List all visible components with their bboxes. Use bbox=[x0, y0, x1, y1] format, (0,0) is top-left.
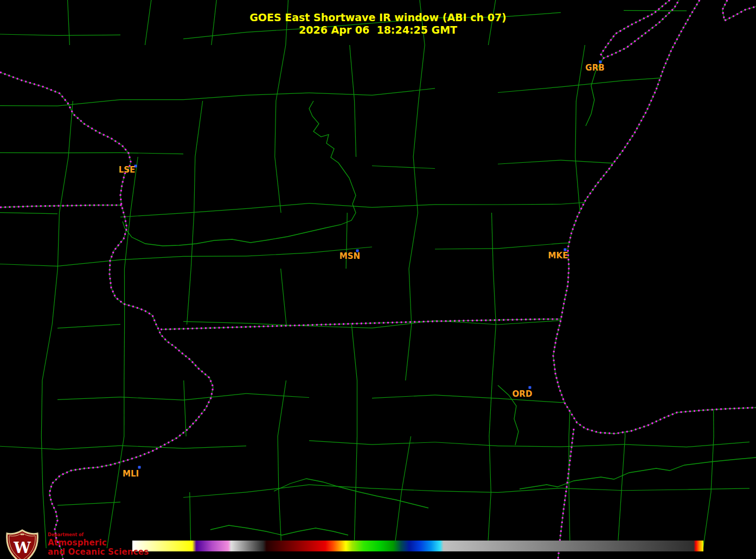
mississippi-river-border-line bbox=[0, 72, 213, 559]
river-rock-river bbox=[274, 479, 428, 508]
logo-line-1: Atmospheric bbox=[48, 539, 149, 547]
station-dot-MLI bbox=[138, 466, 141, 469]
station-label-MSN: MSN bbox=[339, 251, 360, 261]
station-markers: GRBLSEMSNMKEORDMLI bbox=[119, 61, 605, 479]
station-label-ORD: ORD bbox=[512, 389, 533, 399]
satellite-map: GRBLSEMSNMKEORDMLI bbox=[0, 0, 756, 559]
satellite-viewer: GRBLSEMSNMKEORDMLI GOES East Shortwave I… bbox=[0, 0, 756, 559]
aos-logo: W Department of Atmospheric and Oceanic … bbox=[4, 529, 149, 559]
station-label-LSE: LSE bbox=[119, 165, 136, 175]
station-dot-ORD bbox=[529, 386, 531, 389]
aos-logo-text: Department of Atmospheric and Oceanic Sc… bbox=[48, 529, 149, 556]
logo-dept-line: Department of bbox=[48, 533, 149, 537]
colorbar bbox=[132, 541, 703, 551]
green-bay-shoreline-dotted bbox=[601, 0, 679, 58]
river-wisconsin-river bbox=[123, 101, 356, 246]
lake-michigan bbox=[553, 0, 756, 434]
logo-line-2: and Oceanic Sciences bbox=[48, 548, 149, 556]
mississippi-river-border-dotted bbox=[0, 72, 213, 559]
river-kishwaukee-river bbox=[520, 458, 756, 489]
uw-crest-icon: W bbox=[4, 529, 40, 559]
river-pecatonica-river bbox=[210, 525, 348, 535]
svg-text:W: W bbox=[13, 539, 31, 557]
station-label-MLI: MLI bbox=[123, 469, 139, 479]
green-bay-shoreline-line bbox=[601, 0, 679, 58]
station-label-GRB: GRB bbox=[585, 63, 604, 73]
station-label-MKE: MKE bbox=[548, 251, 568, 261]
